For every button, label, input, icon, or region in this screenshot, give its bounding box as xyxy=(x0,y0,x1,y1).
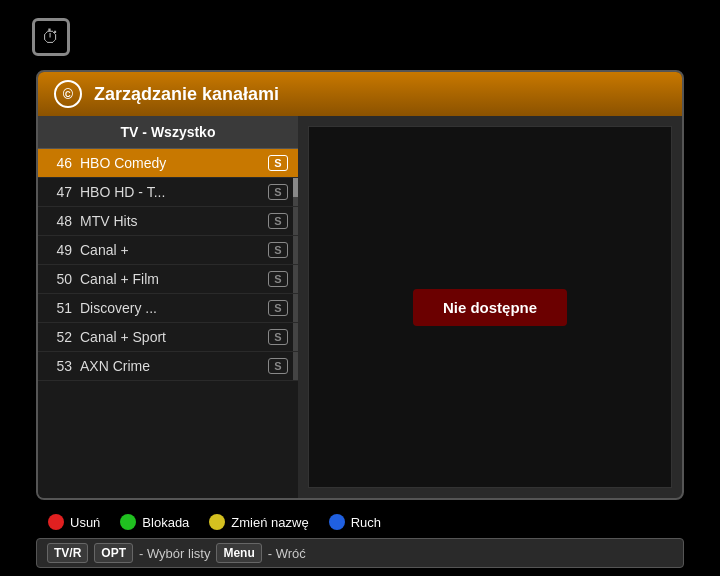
yellow-dot-icon xyxy=(209,514,225,530)
list-header: TV - Wszystko xyxy=(38,116,298,149)
btn-yellow[interactable]: Zmień nazwę xyxy=(209,514,308,530)
channel-item[interactable]: 50Canal + FilmS xyxy=(38,265,298,294)
channel-number: 50 xyxy=(48,271,72,287)
page-title: Zarządzanie kanałami xyxy=(94,84,279,105)
channel-badge: S xyxy=(268,184,288,200)
channel-list[interactable]: TV - Wszystko 46HBO ComedyS47HBO HD - T.… xyxy=(38,116,298,498)
channel-item[interactable]: 52Canal + SportS xyxy=(38,323,298,352)
green-dot-icon xyxy=(120,514,136,530)
opt-key[interactable]: OPT xyxy=(94,543,133,563)
channel-name: Canal + xyxy=(80,242,260,258)
preview-area: Nie dostępne xyxy=(308,126,672,488)
btn-blue[interactable]: Ruch xyxy=(329,514,381,530)
blue-btn-label: Ruch xyxy=(351,515,381,530)
channel-badge: S xyxy=(268,242,288,258)
channel-item[interactable]: 47HBO HD - T...S xyxy=(38,178,298,207)
channel-item[interactable]: 49Canal +S xyxy=(38,236,298,265)
channel-badge: S xyxy=(268,271,288,287)
btn-green[interactable]: Blokada xyxy=(120,514,189,530)
channel-item[interactable]: 51Discovery ...S xyxy=(38,294,298,323)
channel-number: 52 xyxy=(48,329,72,345)
channel-number: 53 xyxy=(48,358,72,374)
channel-number: 51 xyxy=(48,300,72,316)
bottom-bar: UsuńBlokadaZmień nazwęRuch xyxy=(36,508,684,536)
green-btn-label: Blokada xyxy=(142,515,189,530)
channel-item[interactable]: 53AXN CrimeS xyxy=(38,352,298,381)
not-available-label: Nie dostępne xyxy=(413,289,567,326)
channel-badge: S xyxy=(268,329,288,345)
channel-name: MTV Hits xyxy=(80,213,260,229)
channel-name: Canal + Film xyxy=(80,271,260,287)
channel-name: Discovery ... xyxy=(80,300,260,316)
tvr-key[interactable]: TV/R xyxy=(47,543,88,563)
yellow-btn-label: Zmień nazwę xyxy=(231,515,308,530)
channel-number: 47 xyxy=(48,184,72,200)
channel-name: Canal + Sport xyxy=(80,329,260,345)
status-bar: TV/R OPT - Wybór listy Menu - Wróć xyxy=(36,538,684,568)
channel-item[interactable]: 46HBO ComedyS xyxy=(38,149,298,178)
channel-number: 48 xyxy=(48,213,72,229)
channel-name: HBO Comedy xyxy=(80,155,260,171)
blue-dot-icon xyxy=(329,514,345,530)
screen: ⏱ © Zarządzanie kanałami TV - Wszystko 4… xyxy=(0,0,720,576)
channel-badge: S xyxy=(268,155,288,171)
channel-badge: S xyxy=(268,300,288,316)
title-icon: © xyxy=(54,80,82,108)
channels-container: 46HBO ComedyS47HBO HD - T...S48MTV HitsS… xyxy=(38,149,298,381)
channel-number: 49 xyxy=(48,242,72,258)
channel-badge: S xyxy=(268,213,288,229)
top-timer-icon: ⏱ xyxy=(32,18,70,56)
red-dot-icon xyxy=(48,514,64,530)
channel-name: AXN Crime xyxy=(80,358,260,374)
channel-badge: S xyxy=(268,358,288,374)
btn-red[interactable]: Usuń xyxy=(48,514,100,530)
channel-number: 46 xyxy=(48,155,72,171)
red-btn-label: Usuń xyxy=(70,515,100,530)
channel-item[interactable]: 48MTV HitsS xyxy=(38,207,298,236)
menu-key[interactable]: Menu xyxy=(216,543,261,563)
channel-name: HBO HD - T... xyxy=(80,184,260,200)
content-area: TV - Wszystko 46HBO ComedyS47HBO HD - T.… xyxy=(38,116,682,498)
title-bar: © Zarządzanie kanałami xyxy=(38,72,682,116)
wybor-listy-label: - Wybór listy xyxy=(139,546,210,561)
main-panel: © Zarządzanie kanałami TV - Wszystko 46H… xyxy=(36,70,684,500)
wróc-label: - Wróć xyxy=(268,546,306,561)
